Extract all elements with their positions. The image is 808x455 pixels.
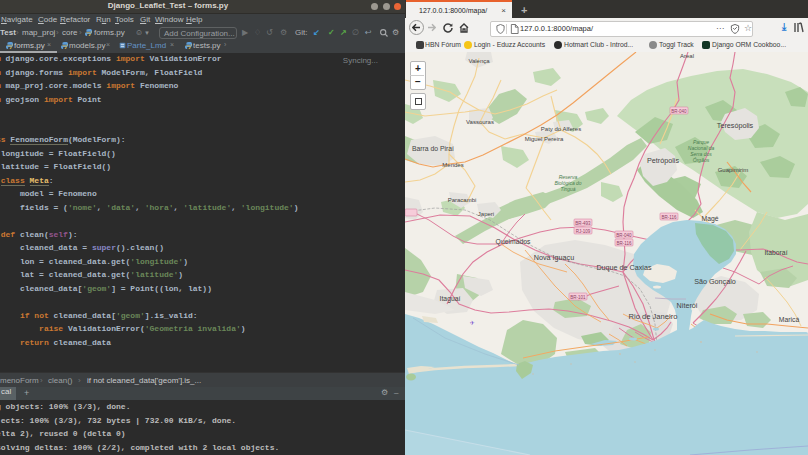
svg-text:Mendes: Mendes (442, 162, 463, 168)
svg-text:Rio de Janeiro: Rio de Janeiro (629, 312, 678, 321)
svg-text:Órgãos: Órgãos (693, 157, 710, 163)
svg-text:Duque de Caxias: Duque de Caxias (596, 263, 652, 272)
svg-text:Vassouras: Vassouras (466, 119, 494, 125)
svg-text:Nova Iguaçu: Nova Iguaçu (534, 253, 574, 262)
svg-text:Maricá: Maricá (779, 316, 800, 323)
svg-text:BR-493: BR-493 (575, 221, 591, 226)
svg-text:Magé: Magé (701, 215, 718, 223)
svg-text:Paracambi: Paracambi (448, 197, 477, 203)
svg-text:Queimados: Queimados (496, 238, 531, 246)
svg-text:Itaboraí: Itaboraí (764, 249, 787, 256)
svg-text:Japeri: Japeri (478, 211, 494, 217)
svg-text:Areal: Areal (680, 53, 694, 59)
svg-text:Paty do Alferes: Paty do Alferes (541, 126, 581, 132)
svg-text:✈: ✈ (469, 320, 474, 326)
svg-text:BR-040: BR-040 (671, 109, 687, 114)
svg-text:Valença: Valença (468, 58, 490, 64)
svg-text:BR-116: BR-116 (617, 241, 632, 246)
svg-text:Barra do Piraí: Barra do Piraí (412, 145, 454, 152)
svg-text:Tinguá: Tinguá (560, 186, 575, 192)
svg-text:Miguel Pereira: Miguel Pereira (525, 136, 564, 142)
svg-text:Guapimirim: Guapimirim (718, 167, 749, 173)
svg-text:Teresópolis: Teresópolis (717, 121, 754, 130)
svg-text:BR-101: BR-101 (570, 295, 586, 300)
svg-text:São Gonçalo: São Gonçalo (694, 277, 736, 286)
svg-text:Itaguaí: Itaguaí (440, 295, 461, 303)
svg-text:Petrópolis: Petrópolis (647, 156, 679, 165)
svg-text:Niterói: Niterói (677, 301, 698, 310)
svg-text:BR-040: BR-040 (616, 233, 632, 238)
svg-text:BR-116: BR-116 (662, 215, 677, 220)
svg-text:RJ-109: RJ-109 (576, 229, 591, 234)
